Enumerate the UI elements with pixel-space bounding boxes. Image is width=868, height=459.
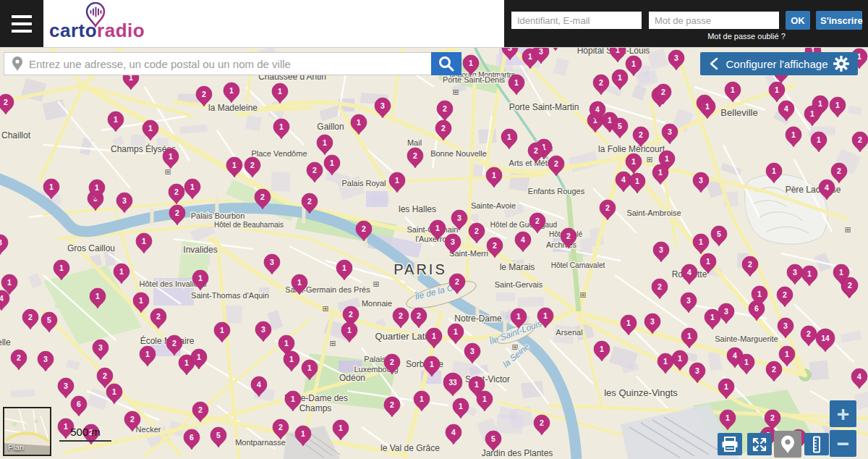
- svg-text:3: 3: [793, 268, 797, 277]
- svg-text:3: 3: [783, 321, 788, 330]
- svg-text:2: 2: [130, 415, 135, 424]
- svg-text:1: 1: [724, 382, 728, 391]
- svg-text:2: 2: [807, 329, 811, 338]
- scale-label: 500 m: [59, 426, 111, 438]
- place-label: Quartier Latin: [375, 331, 433, 342]
- svg-text:4: 4: [857, 372, 861, 381]
- hospital-icon: ⊞: [452, 88, 459, 96]
- svg-text:1: 1: [817, 135, 821, 144]
- svg-text:3: 3: [650, 317, 655, 326]
- svg-text:2: 2: [278, 423, 283, 431]
- zoom-out-button[interactable]: −: [830, 430, 856, 457]
- svg-text:1: 1: [528, 52, 532, 61]
- svg-text:1: 1: [432, 332, 436, 340]
- svg-text:1: 1: [507, 132, 511, 141]
- minimap-layer-switcher[interactable]: Plan: [3, 407, 51, 456]
- svg-text:3: 3: [659, 245, 663, 254]
- svg-text:1: 1: [839, 268, 843, 277]
- svg-text:1: 1: [608, 116, 612, 125]
- svg-text:1: 1: [229, 86, 234, 95]
- svg-text:2: 2: [783, 290, 787, 299]
- svg-text:2: 2: [443, 104, 447, 113]
- svg-text:2: 2: [770, 413, 775, 422]
- place-label: Invalides: [183, 245, 217, 255]
- menu-hamburger-button[interactable]: [0, 0, 43, 47]
- place-label: Palais Royal: [341, 179, 386, 188]
- identifier-input[interactable]: [511, 12, 642, 29]
- place-label: Enfants Rouges: [528, 187, 585, 195]
- svg-text:1: 1: [142, 237, 146, 245]
- svg-text:1: 1: [635, 177, 639, 185]
- print-button[interactable]: [718, 433, 742, 455]
- svg-text:1: 1: [475, 380, 479, 389]
- svg-text:1: 1: [492, 171, 496, 180]
- svg-text:3: 3: [64, 382, 68, 390]
- svg-text:3: 3: [261, 325, 265, 334]
- svg-text:1: 1: [395, 176, 399, 185]
- svg-text:1: 1: [618, 73, 622, 82]
- svg-text:4: 4: [825, 183, 829, 192]
- svg-text:2: 2: [837, 167, 841, 175]
- svg-text:2: 2: [441, 124, 446, 132]
- svg-text:6: 6: [190, 433, 194, 442]
- place-label: la Folie Méricourt: [598, 144, 665, 154]
- svg-text:3: 3: [98, 343, 103, 352]
- svg-text:1: 1: [284, 339, 289, 348]
- svg-text:2: 2: [413, 151, 417, 160]
- svg-text:4: 4: [733, 351, 737, 360]
- svg-text:2: 2: [250, 161, 255, 169]
- forgot-password-link[interactable]: Mot de passe oublié ?: [682, 32, 811, 41]
- svg-text:6: 6: [754, 304, 759, 313]
- place-label: Saint-Gervais: [495, 280, 543, 289]
- search-button[interactable]: [431, 52, 461, 75]
- svg-text:3: 3: [43, 355, 48, 363]
- svg-text:1: 1: [631, 157, 636, 166]
- svg-text:4: 4: [451, 428, 456, 437]
- search-input[interactable]: [27, 57, 431, 71]
- login-ok-button[interactable]: OK: [786, 11, 810, 30]
- svg-text:1: 1: [706, 257, 710, 266]
- svg-text:1: 1: [543, 311, 548, 320]
- place-label: Sainte-Avoie: [471, 201, 516, 210]
- svg-text:3: 3: [457, 214, 461, 222]
- svg-text:3: 3: [695, 366, 699, 375]
- svg-text:1: 1: [807, 269, 812, 278]
- place-label: Saint-Thomas d'Aquin: [191, 291, 269, 300]
- svg-text:1: 1: [198, 274, 203, 282]
- svg-text:2: 2: [175, 209, 179, 217]
- svg-text:1: 1: [59, 264, 64, 272]
- svg-text:3: 3: [686, 296, 691, 305]
- cartoradio-logo[interactable]: cartoradio: [46, 0, 162, 46]
- hospital-icon: ⊞: [329, 339, 336, 348]
- svg-text:2: 2: [661, 88, 665, 96]
- place-label: Monnaie: [362, 299, 392, 308]
- locate-button[interactable]: [774, 431, 801, 458]
- signup-button[interactable]: S'inscrire: [816, 11, 862, 30]
- zoom-in-button[interactable]: +: [830, 400, 856, 427]
- password-input[interactable]: [649, 12, 779, 29]
- place-label: le Marais: [500, 262, 535, 272]
- configure-display-button[interactable]: Configurer l'affichage: [700, 52, 858, 75]
- svg-text:1: 1: [658, 168, 663, 177]
- svg-text:1: 1: [291, 395, 295, 403]
- svg-text:1: 1: [307, 363, 312, 372]
- svg-text:2: 2: [307, 197, 312, 206]
- svg-text:1: 1: [810, 109, 814, 118]
- svg-text:1: 1: [791, 130, 796, 139]
- svg-text:3: 3: [539, 47, 543, 56]
- svg-text:5: 5: [618, 122, 622, 130]
- svg-text:6: 6: [77, 400, 81, 408]
- measure-button[interactable]: [804, 433, 829, 455]
- svg-text:5: 5: [216, 431, 221, 439]
- svg-text:2: 2: [540, 418, 544, 427]
- svg-text:1: 1: [818, 99, 822, 108]
- search-icon: [437, 54, 456, 73]
- svg-text:1: 1: [516, 312, 521, 321]
- cartoradio-app: ⊞⊞⊞⊞⊞⊞⊞⊞⊞⊞⊞⊞ Hôpital Saint-LouisChaussée…: [0, 0, 868, 459]
- svg-text:4: 4: [595, 105, 600, 114]
- svg-text:1: 1: [112, 387, 116, 396]
- place-label: le Val de Grâce: [380, 443, 440, 453]
- fullscreen-button[interactable]: [747, 433, 772, 455]
- hospital-icon: ⊞: [844, 225, 851, 234]
- svg-text:1: 1: [148, 124, 153, 132]
